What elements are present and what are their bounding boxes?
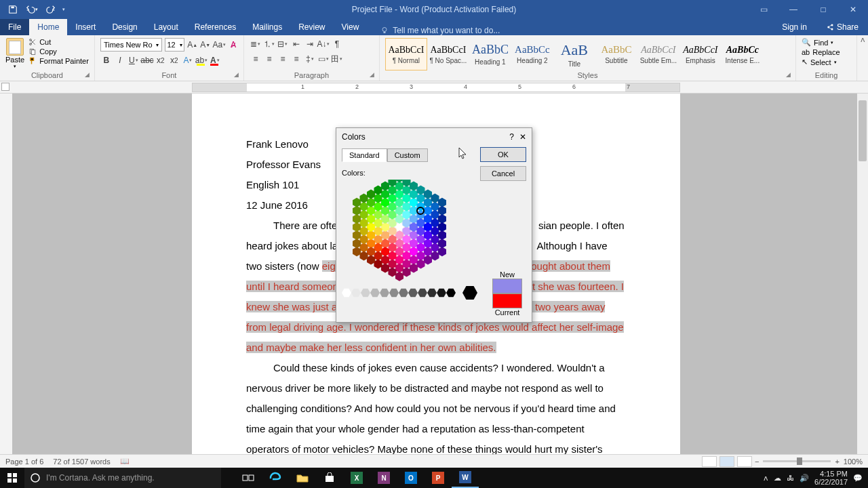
underline-button[interactable]: U (127, 54, 140, 66)
zoom-in-icon[interactable]: + (835, 458, 839, 466)
font-color-icon[interactable]: A (209, 54, 221, 66)
tab-layout[interactable]: Layout (146, 19, 186, 35)
tab-review[interactable]: Review (290, 19, 333, 35)
cortana-search[interactable]: I'm Cortana. Ask me anything. (24, 468, 221, 488)
bullets-icon[interactable]: ≣ (250, 38, 262, 50)
zoom-slider[interactable] (763, 460, 831, 462)
tab-design[interactable]: Design (104, 19, 145, 35)
ruler-corner[interactable] (1, 83, 9, 91)
gray-swatch[interactable] (361, 288, 370, 298)
sort-icon[interactable]: A↓ (317, 38, 330, 50)
redo-icon[interactable] (43, 2, 58, 17)
zoom-out-icon[interactable]: − (755, 458, 759, 466)
zoom-level[interactable]: 100% (844, 458, 863, 466)
gray-swatch[interactable] (446, 288, 456, 298)
onedrive-icon[interactable]: ☁ (774, 474, 781, 483)
tab-insert[interactable]: Insert (67, 19, 104, 35)
multilevel-list-icon[interactable]: ⊟ (277, 38, 289, 50)
shrink-font-icon[interactable]: A▼ (200, 39, 210, 51)
tray-chevron-icon[interactable]: ʌ (764, 474, 768, 483)
tell-me-search[interactable]: Tell me what you want to do... (380, 26, 500, 35)
style-card[interactable]: AaBTitle (553, 38, 595, 70)
dialog-titlebar[interactable]: Colors ? ✕ (336, 128, 532, 146)
horizontal-ruler[interactable]: 1234567 (0, 81, 868, 94)
tab-standard[interactable]: Standard (342, 148, 387, 162)
network-icon[interactable]: 🖧 (787, 474, 794, 482)
gray-swatch[interactable] (380, 288, 389, 298)
style-card[interactable]: AaBbCcI¶ No Spac... (427, 38, 469, 70)
show-paragraph-marks-icon[interactable]: ¶ (331, 38, 343, 50)
style-card[interactable]: AaBbCHeading 1 (469, 38, 511, 70)
spellcheck-icon[interactable]: 📖 (120, 457, 130, 466)
read-mode-icon[interactable] (702, 456, 717, 467)
subscript-button[interactable]: x2 (155, 54, 167, 66)
dialog-help-icon[interactable]: ? (509, 132, 514, 142)
justify-icon[interactable]: ≡ (290, 53, 302, 65)
select-button[interactable]: ↖Select▾ (802, 58, 851, 66)
clipboard-dialog-launcher[interactable]: ◢ (85, 71, 93, 79)
edge-icon[interactable] (262, 468, 289, 488)
font-size-combo[interactable]: 12▾ (165, 38, 184, 52)
color-hexagon-picker[interactable] (342, 180, 457, 281)
file-explorer-icon[interactable] (289, 468, 316, 488)
tab-references[interactable]: References (186, 19, 244, 35)
web-layout-icon[interactable] (737, 456, 752, 467)
ok-button[interactable]: OK (480, 147, 526, 162)
gray-swatch[interactable] (351, 288, 361, 298)
numbering-icon[interactable]: ⒈ (263, 38, 275, 50)
clear-formatting-icon[interactable]: A̷ (228, 39, 238, 51)
italic-button[interactable]: I (114, 54, 126, 66)
onenote-icon[interactable]: N (370, 468, 397, 488)
highlight-color-icon[interactable]: ab (195, 54, 208, 66)
cancel-button[interactable]: Cancel (480, 166, 526, 181)
page-indicator[interactable]: Page 1 of 6 (5, 458, 43, 466)
word-icon[interactable]: W (452, 468, 479, 488)
sign-in-link[interactable]: Sign in (772, 19, 816, 35)
font-name-combo[interactable]: Times New Ro▾ (100, 38, 163, 52)
tab-custom[interactable]: Custom (387, 148, 428, 162)
style-card[interactable]: AaBbCcI¶ Normal (385, 38, 427, 70)
paragraph-dialog-launcher[interactable]: ◢ (370, 71, 378, 79)
gray-swatch[interactable] (342, 288, 351, 298)
paste-button[interactable]: Paste ▾ (5, 38, 24, 69)
print-layout-icon[interactable] (719, 456, 734, 467)
ribbon-display-icon[interactable]: ▭ (749, 0, 778, 19)
gray-swatch[interactable] (370, 288, 380, 298)
borders-icon[interactable]: 田 (331, 53, 343, 65)
bold-button[interactable]: B (100, 54, 113, 66)
style-card[interactable]: AaBbCcISubtle Em... (637, 38, 679, 70)
copy-button[interactable]: Copy (28, 47, 89, 56)
styles-dialog-launcher[interactable]: ◢ (786, 71, 794, 79)
volume-icon[interactable]: 🔊 (800, 474, 809, 483)
replace-button[interactable]: abReplace (802, 48, 851, 56)
superscript-button[interactable]: x2 (168, 54, 180, 66)
grow-font-icon[interactable]: A▲ (187, 39, 197, 51)
undo-icon[interactable]: ▾ (24, 2, 39, 17)
align-right-icon[interactable]: ≡ (277, 53, 289, 65)
decrease-indent-icon[interactable]: ⇤ (290, 38, 302, 50)
vertical-ruler[interactable] (0, 94, 12, 454)
strikethrough-button[interactable]: abc (141, 54, 153, 66)
tab-file[interactable]: File (0, 19, 29, 35)
style-card[interactable]: AaBbCcIntense E... (722, 38, 764, 70)
line-spacing-icon[interactable]: ‡ (304, 53, 316, 65)
action-center-icon[interactable]: 💬 (853, 474, 863, 483)
powerpoint-icon[interactable]: P (425, 468, 452, 488)
shading-icon[interactable]: ▭ (317, 53, 330, 65)
save-icon[interactable] (5, 2, 20, 17)
excel-icon[interactable]: X (343, 468, 370, 488)
store-icon[interactable] (316, 468, 343, 488)
gray-swatch[interactable] (427, 288, 437, 298)
maximize-icon[interactable]: □ (808, 0, 838, 19)
gray-swatch[interactable] (389, 288, 399, 298)
tab-view[interactable]: View (334, 19, 368, 35)
style-card[interactable]: AaBbCcIEmphasis (679, 38, 722, 70)
gray-swatch[interactable] (408, 288, 418, 298)
increase-indent-icon[interactable]: ⇥ (304, 38, 316, 50)
tab-mailings[interactable]: Mailings (244, 19, 290, 35)
tab-home[interactable]: Home (29, 19, 67, 35)
style-card[interactable]: AaBbCcHeading 2 (511, 38, 553, 70)
black-hex[interactable] (462, 285, 477, 300)
style-card[interactable]: AaBbCSubtitle (595, 38, 637, 70)
vertical-scrollbar[interactable] (857, 94, 868, 454)
